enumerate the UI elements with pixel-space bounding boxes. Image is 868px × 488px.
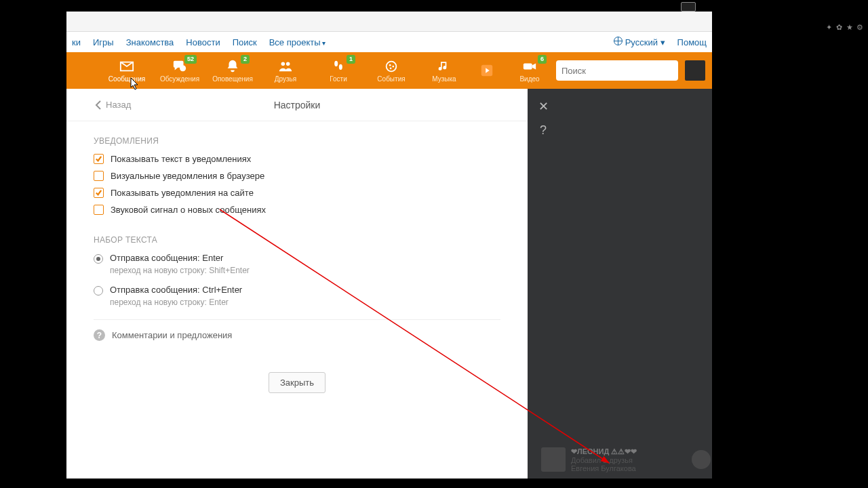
search-box[interactable] (556, 60, 678, 81)
radio-icon (94, 286, 103, 296)
keyboard-indicator-icon (681, 2, 696, 12)
svg-point-6 (389, 64, 391, 66)
panel-help-icon[interactable]: ? (537, 123, 549, 138)
svg-point-1 (281, 62, 285, 66)
nav-events[interactable]: События (365, 52, 418, 89)
nav-dating[interactable]: Знакомства (126, 37, 174, 47)
back-button[interactable]: Назад (95, 100, 131, 110)
badge-guests: 1 (347, 55, 355, 64)
nav-notifications[interactable]: 2 Оповещения (206, 52, 259, 89)
feedback-link[interactable]: ? Комментарии и предложения (94, 329, 500, 341)
nav-news[interactable]: Новости (186, 37, 220, 47)
video-icon (522, 59, 537, 74)
user-avatar[interactable] (685, 60, 705, 81)
search-input[interactable] (561, 66, 675, 76)
play-icon (479, 63, 494, 78)
svg-point-8 (390, 67, 392, 69)
nav-play[interactable] (471, 52, 503, 89)
nav-search[interactable]: Поиск (233, 37, 257, 47)
globe-icon (614, 37, 623, 45)
nav-guests[interactable]: 1 Гости (312, 52, 365, 89)
nav-video[interactable]: 6 Видео (503, 52, 556, 89)
radio-sub: переход на новую строку: Enter (110, 298, 500, 307)
panel-title: Настройки (66, 100, 528, 110)
check-sound[interactable]: Звуковой сигнал о новых сообщениях (94, 205, 500, 215)
checkbox-icon (94, 188, 104, 198)
nav-music[interactable]: Музыка (418, 52, 471, 89)
friends-icon (278, 59, 293, 74)
nav-truncated: ки (72, 37, 81, 47)
notif-who: Евгения Булгакова (571, 464, 637, 472)
badge-discussions: 52 (184, 55, 197, 64)
events-icon (384, 59, 399, 74)
language-selector[interactable]: Русский ▾ (614, 37, 665, 47)
svg-point-2 (286, 62, 290, 66)
badge-notifications: 2 (241, 55, 250, 64)
check-show-text[interactable]: Показывать текст в уведомлениях (94, 154, 500, 164)
radio-send-ctrl-enter[interactable]: Отправка сообщения: Ctrl+Enter (94, 285, 500, 296)
browser-tabstrip (66, 12, 712, 32)
notif-name: ❤ЛЕОНИД ⚠⚠❤❤ (571, 447, 637, 456)
radio-send-enter[interactable]: Отправка сообщения: Enter (94, 253, 500, 264)
svg-rect-10 (524, 63, 532, 69)
svg-point-0 (180, 65, 186, 71)
footsteps-icon (331, 59, 346, 74)
friend-notification[interactable]: ❤ЛЕОНИД ⚠⚠❤❤ Добавил в друзья Евгения Бу… (541, 441, 711, 479)
check-site-notifications[interactable]: Показывать уведомления на сайте (94, 188, 500, 198)
svg-point-7 (392, 65, 394, 67)
nav-games[interactable]: Игры (93, 37, 114, 47)
divider (94, 319, 500, 320)
checkbox-icon (94, 154, 104, 164)
notif-avatar-2 (692, 450, 711, 469)
envelope-icon (119, 59, 134, 74)
svg-point-5 (387, 61, 397, 71)
help-link[interactable]: Помощ (677, 37, 707, 47)
svg-point-3 (334, 60, 338, 66)
top-text-nav: ки Игры Знакомства Новости Поиск Все про… (66, 32, 712, 52)
orange-nav: Сообщения 52 Обсуждения 2 Оповещения Дру… (66, 52, 712, 89)
nav-friends[interactable]: Друзья (259, 52, 312, 89)
section-typing-title: НАБОР ТЕКСТА (94, 235, 500, 245)
panel-close-icon[interactable]: ✕ (537, 99, 549, 114)
notif-action: Добавил в друзья (571, 456, 637, 464)
nav-all-projects[interactable]: Все проекты (269, 37, 326, 47)
close-button[interactable]: Закрыть (269, 372, 326, 393)
settings-panel: Назад Настройки УВЕДОМЛЕНИЯ Показывать т… (66, 89, 528, 479)
svg-point-4 (339, 64, 342, 69)
bell-icon (225, 59, 240, 74)
radio-icon (94, 254, 103, 264)
section-notifications-title: УВЕДОМЛЕНИЯ (94, 136, 500, 146)
question-icon: ? (94, 329, 105, 341)
nav-discussions[interactable]: 52 Обсуждения (153, 52, 206, 89)
checkbox-icon (94, 171, 104, 181)
browser-extension-icons: ✦✿★⚙ (826, 23, 864, 34)
badge-video: 6 (538, 55, 547, 64)
check-browser-visual[interactable]: Визуальные уведомления в браузере (94, 171, 500, 181)
radio-sub: переход на новую строку: Shift+Enter (110, 266, 500, 275)
nav-messages[interactable]: Сообщения (100, 52, 153, 89)
checkbox-icon (94, 205, 104, 215)
notif-avatar (541, 447, 566, 472)
music-icon (437, 59, 452, 74)
